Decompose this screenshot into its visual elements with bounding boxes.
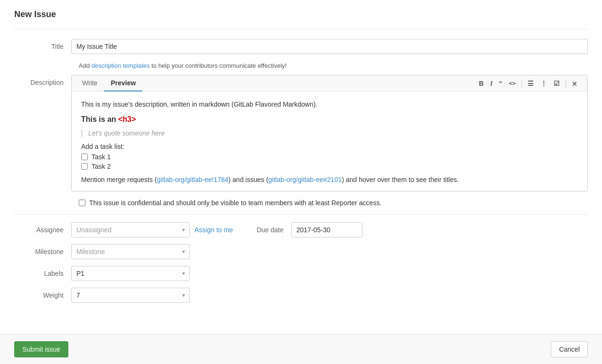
code-button[interactable]: <> bbox=[507, 79, 518, 88]
tab-preview[interactable]: Preview bbox=[104, 75, 142, 91]
milestone-label: Milestone bbox=[14, 248, 71, 255]
description-label: Description bbox=[14, 75, 71, 86]
mention-line: Mention merge requests (gitlab-org/gitla… bbox=[81, 176, 578, 183]
assignee-select-wrap: Unassigned ▾ bbox=[71, 222, 190, 237]
milestone-row: Milestone Milestone ▾ bbox=[14, 244, 588, 259]
labels-select-wrap: P1 ▾ bbox=[71, 266, 190, 281]
editor-tabs-bar: Write Preview B I “ <> ☰ ⋮ ☑ ⨯ bbox=[72, 75, 587, 91]
labels-label: Labels bbox=[14, 270, 71, 277]
ol-button[interactable]: ⋮ bbox=[538, 78, 549, 89]
task-list-title: Add a task list: bbox=[81, 143, 578, 150]
ul-button[interactable]: ☰ bbox=[525, 78, 536, 89]
task-item-1: Task 1 bbox=[81, 153, 578, 161]
editor-tabs: Write Preview bbox=[75, 75, 142, 91]
title-group: Title bbox=[14, 39, 588, 54]
weight-select-wrap: 7 ▾ bbox=[71, 288, 190, 303]
task-checkbox-1[interactable] bbox=[81, 154, 88, 160]
page-title: New Issue bbox=[14, 9, 588, 19]
submit-button[interactable]: Submit issue bbox=[14, 341, 68, 352]
due-date-input[interactable] bbox=[291, 222, 362, 237]
description-group: Description Write Preview B I “ <> ☰ bbox=[14, 75, 588, 191]
title-input[interactable] bbox=[71, 39, 588, 54]
hint-text: Add description templates to help your c… bbox=[79, 62, 287, 69]
mention-link-1[interactable]: gitlab-org/gitlab-ee!1784 bbox=[157, 176, 229, 183]
milestone-select[interactable]: Milestone bbox=[71, 244, 190, 259]
editor-preview: This is my issue's description, written … bbox=[72, 91, 587, 191]
description-templates-link[interactable]: description templates bbox=[92, 62, 150, 69]
blockquote-button[interactable]: “ bbox=[497, 78, 505, 89]
preview-blockquote: Let's quote someone here bbox=[81, 129, 578, 137]
preview-heading: This is an <h3> bbox=[81, 115, 578, 124]
preview-para1: This is my issue's description, written … bbox=[81, 99, 578, 109]
bold-button[interactable]: B bbox=[477, 78, 486, 89]
task-label-1: Task 1 bbox=[92, 153, 111, 161]
title-divider bbox=[14, 29, 588, 29]
toolbar-divider-2 bbox=[565, 79, 566, 88]
italic-button[interactable]: I bbox=[488, 78, 495, 89]
mention-link-2[interactable]: gitlab-org/gitlab-ee#2101 bbox=[269, 176, 342, 183]
labels-select[interactable]: P1 bbox=[71, 266, 190, 281]
task-item-2: Task 2 bbox=[81, 163, 578, 170]
assignee-row: Assignee Unassigned ▾ Assign to me Due d… bbox=[14, 222, 588, 237]
cancel-button[interactable]: Cancel bbox=[551, 341, 588, 352]
description-wrap: Write Preview B I “ <> ☰ ⋮ ☑ ⨯ bbox=[71, 75, 588, 191]
heading-tag: <h3> bbox=[118, 115, 136, 123]
fullscreen-button[interactable]: ⨯ bbox=[569, 78, 580, 89]
labels-row: Labels P1 ▾ bbox=[14, 266, 588, 281]
assign-to-me-button[interactable]: Assign to me bbox=[190, 223, 238, 237]
editor-container: Write Preview B I “ <> ☰ ⋮ ☑ ⨯ bbox=[71, 75, 588, 191]
toolbar-divider-1 bbox=[521, 79, 522, 88]
task-label-2: Task 2 bbox=[92, 163, 111, 170]
tab-write[interactable]: Write bbox=[75, 75, 104, 91]
weight-select[interactable]: 7 bbox=[71, 288, 190, 303]
task-checkbox-2[interactable] bbox=[81, 163, 88, 170]
weight-label: Weight bbox=[14, 291, 71, 299]
footer-bar: Submit issue Cancel bbox=[0, 334, 602, 352]
confidential-checkbox[interactable] bbox=[79, 200, 85, 206]
description-hint: Add description templates to help your c… bbox=[79, 62, 588, 69]
weight-row: Weight 7 ▾ bbox=[14, 288, 588, 303]
checklist-button[interactable]: ☑ bbox=[551, 78, 562, 89]
confidential-row: This issue is confidential and should on… bbox=[79, 199, 588, 207]
due-date-label: Due date bbox=[257, 226, 284, 234]
title-wrap bbox=[71, 39, 588, 54]
assignee-label: Assignee bbox=[14, 226, 71, 234]
confidential-label: This issue is confidential and should on… bbox=[89, 199, 381, 207]
title-label: Title bbox=[14, 39, 71, 50]
assignee-select[interactable]: Unassigned bbox=[71, 222, 190, 237]
task-list: Task 1 Task 2 bbox=[81, 153, 578, 170]
due-date-wrap: Due date bbox=[257, 222, 362, 237]
milestone-select-wrap: Milestone ▾ bbox=[71, 244, 190, 259]
section-divider bbox=[14, 214, 588, 215]
editor-toolbar: B I “ <> ☰ ⋮ ☑ ⨯ bbox=[473, 76, 583, 91]
